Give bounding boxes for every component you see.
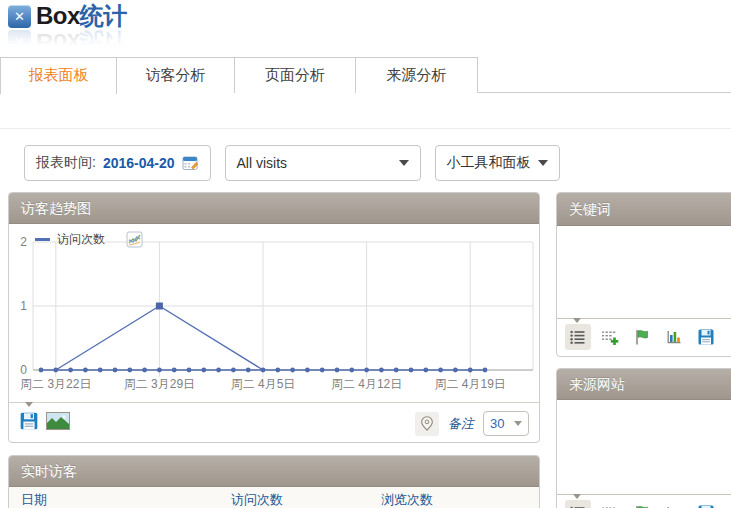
keywords-widget: 关键词 [556,192,731,357]
logo-brand: Box [36,2,80,29]
table-plus-icon [601,328,619,346]
chevron-down-icon [514,421,522,426]
goals-view-button[interactable] [629,324,655,350]
export-image-chart-icon[interactable] [126,231,143,248]
chevron-down-icon [538,160,548,166]
row-limit-value: 30 [490,416,504,431]
logo-text: Box统计 [36,3,127,29]
tab-visitors[interactable]: 访客分析 [116,57,235,93]
calendar-icon [182,155,199,171]
visits-trend-chart: 012周二 3月22日周二 3月29日周二 4月5日周二 4月12日周二 4月1… [9,224,539,402]
column-visits[interactable]: 访问次数 [231,487,283,508]
logo-icon: ✕ [8,5,31,28]
svg-text:0: 0 [20,363,27,377]
column-pageviews[interactable]: 浏览次数 [381,487,433,508]
chevron-down-icon [399,160,409,166]
footer-pointer-icon [573,494,581,499]
table-view-button[interactable] [565,500,591,508]
column-date[interactable]: 日期 [21,487,47,508]
footer-pointer-icon [25,402,33,407]
list-icon [569,328,587,346]
bar-chart-view-button[interactable] [661,324,687,350]
trend-chart-footer: 备注 30 [9,402,539,443]
widget-header[interactable]: 实时访客 [9,456,539,487]
segment-value: All visits [237,155,288,171]
filter-bar: 报表时间: 2016-04-20 All visits 小工具和面板 [24,145,560,181]
svg-text:周二 3月22日: 周二 3月22日 [20,377,91,391]
visitor-trend-widget: 访客趋势图 访问次数 012周二 3月22日周二 3月29日周二 4月5日周二 … [8,192,540,443]
header-divider [0,128,731,129]
goals-view-button[interactable] [629,500,655,508]
tab-pages[interactable]: 页面分析 [234,57,356,93]
segment-selector[interactable]: All visits [225,145,421,181]
table-plus-icon [601,504,619,508]
widgets-and-dashboard-button[interactable]: 小工具和面板 [435,145,560,181]
save-disk-icon [697,328,715,346]
table-view-button[interactable] [565,324,591,350]
legend-series-swatch [35,238,50,241]
referrers-body [557,400,731,494]
chart-legend: 访问次数 [35,231,143,248]
svg-text:周二 4月12日: 周二 4月12日 [331,377,402,391]
main-nav-tabs: 报表面板 访客分析 页面分析 来源分析 [0,57,731,93]
row-limit-select[interactable]: 30 [483,411,529,436]
svg-text:周二 4月5日: 周二 4月5日 [231,377,296,391]
bar-chart-view-button[interactable] [661,500,687,508]
tab-referrers[interactable]: 来源分析 [355,57,478,93]
referrer-websites-widget: 来源网站 [556,368,731,508]
referrers-footer [557,494,731,508]
svg-text:2: 2 [20,235,27,249]
export-image-icon[interactable] [46,412,70,430]
footer-pointer-icon [573,318,581,323]
widgets-label: 小工具和面板 [447,154,531,172]
list-icon [569,504,587,508]
realtime-table-header: 日期 访问次数 浏览次数 [9,487,539,508]
date-range-button[interactable]: 报表时间: 2016-04-20 [24,145,211,181]
logo-reflection: ✕ Box统计 [8,29,127,55]
annotations-link[interactable]: 备注 [448,415,474,433]
svg-text:周二 3月29日: 周二 3月29日 [124,377,195,391]
export-button[interactable] [693,500,719,508]
export-data-icon[interactable] [19,411,39,431]
widget-header[interactable]: 关键词 [557,193,731,226]
export-button[interactable] [693,324,719,350]
keywords-footer [557,318,731,357]
svg-text:周二 4月19日: 周二 4月19日 [435,377,506,391]
annotation-controls: 备注 30 [415,411,529,436]
app-logo[interactable]: ✕ Box统计 [8,3,127,29]
all-columns-view-button[interactable] [597,500,623,508]
save-disk-icon [697,504,715,508]
keywords-body [557,226,731,318]
location-pin-icon [419,415,435,432]
date-value: 2016-04-20 [103,155,175,171]
tab-dashboard[interactable]: 报表面板 [0,57,117,94]
legend-series-label: 访问次数 [57,231,105,248]
logo-brand-suffix: 统计 [80,2,127,29]
flag-icon [633,504,651,508]
view-switcher [565,324,719,350]
widget-header[interactable]: 访客趋势图 [9,193,539,224]
bar-chart-icon [665,328,683,346]
bar-chart-icon [665,504,683,508]
view-switcher [565,500,719,508]
export-controls [19,411,70,431]
all-columns-view-button[interactable] [597,324,623,350]
realtime-visitors-widget: 实时访客 日期 访问次数 浏览次数 [8,455,540,508]
widget-header[interactable]: 来源网站 [557,369,731,400]
svg-text:1: 1 [20,299,27,313]
trend-chart-body: 访问次数 012周二 3月22日周二 3月29日周二 4月5日周二 4月12日周… [9,224,539,402]
annotations-pin-button[interactable] [415,412,439,436]
date-label: 报表时间: [36,154,96,172]
flag-icon [633,328,651,346]
